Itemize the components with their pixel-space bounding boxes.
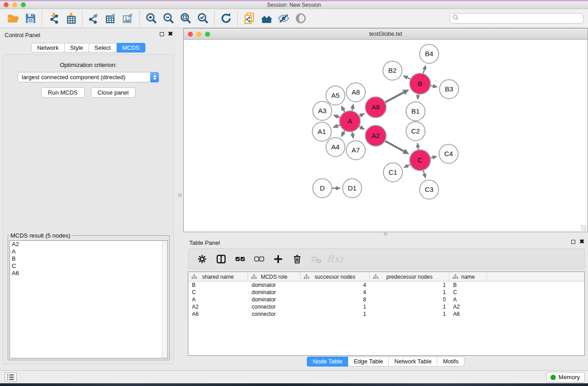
graph-node-C[interactable]: C — [410, 150, 430, 171]
tab-style[interactable]: Style — [65, 43, 89, 52]
show-eye-icon[interactable] — [292, 11, 309, 26]
task-history-button[interactable] — [5, 372, 17, 382]
delete-column-icon[interactable] — [289, 251, 305, 267]
table-row[interactable]: A2connector11A2 — [188, 303, 584, 310]
graph-edge-A-A5[interactable] — [344, 110, 344, 112]
result-list-item[interactable]: C — [10, 262, 167, 270]
graph-node-A3[interactable]: A3 — [313, 101, 332, 120]
graph-edge-C-C4[interactable] — [430, 157, 432, 158]
table-cell[interactable]: connector — [248, 303, 301, 310]
graph-edge-B-B3[interactable] — [431, 86, 433, 86]
graph-node-A2[interactable]: A2 — [365, 125, 386, 146]
table-cell[interactable]: 4 — [301, 289, 370, 296]
table-cell[interactable]: B — [449, 281, 487, 289]
search-input[interactable] — [459, 15, 583, 22]
import-table-icon[interactable] — [62, 11, 79, 26]
settings-icon[interactable] — [194, 251, 210, 267]
graph-edge-A-A3[interactable] — [338, 117, 339, 118]
result-scrollbar[interactable] — [162, 241, 167, 358]
network-window-titlebar[interactable]: testGlobe.txt — [184, 29, 588, 40]
table-cell[interactable]: dominator — [248, 281, 301, 289]
float-panel-icon[interactable] — [160, 32, 164, 36]
graph-node-C1[interactable]: C1 — [383, 163, 402, 182]
minimize-traffic-light[interactable] — [12, 2, 17, 7]
graph-edge-A-A7[interactable] — [352, 132, 353, 134]
zoom-traffic-light[interactable] — [21, 2, 26, 7]
graph-edge-C-C2[interactable] — [418, 148, 419, 150]
table-cell[interactable]: A2 — [449, 303, 487, 310]
vertical-split-divider[interactable] — [177, 28, 183, 370]
import-network-icon[interactable] — [45, 11, 62, 26]
result-list-item[interactable]: B — [10, 255, 167, 262]
criterion-dropdown[interactable]: largest connected component (directed) — [18, 72, 159, 82]
table-cell[interactable]: dominator — [248, 289, 301, 296]
network-minimize-traffic-light[interactable] — [196, 32, 201, 37]
graph-node-A[interactable]: A — [339, 111, 360, 132]
graph-node-A4[interactable]: A4 — [326, 138, 345, 157]
graph-node-A1[interactable]: A1 — [312, 122, 331, 141]
search-field[interactable] — [449, 13, 583, 24]
add-column-icon[interactable] — [270, 251, 286, 267]
graph-node-C4[interactable]: C4 — [439, 144, 458, 163]
home-icon[interactable] — [258, 11, 275, 26]
graph-node-D1[interactable]: D1 — [343, 179, 362, 198]
tab-node-table[interactable]: Node Table — [307, 357, 349, 367]
zoom-selected-icon[interactable] — [194, 11, 211, 26]
graph-edge-C-C1[interactable] — [408, 165, 410, 166]
tab-network-table[interactable]: Network Table — [389, 357, 437, 367]
close-panel-button[interactable]: Close panel — [91, 87, 136, 98]
graph-node-B4[interactable]: B4 — [420, 44, 439, 63]
horizontal-split-divider[interactable] — [183, 232, 588, 236]
column-header-shared-name[interactable]: shared name — [188, 272, 248, 281]
table-cell[interactable]: 1 — [370, 289, 449, 296]
open-session-icon[interactable] — [5, 11, 22, 26]
resize-grip-icon[interactable] — [581, 225, 587, 231]
graph-node-B2[interactable]: B2 — [383, 61, 402, 80]
table-cell[interactable]: 8 — [301, 296, 370, 303]
graph-node-A6[interactable]: A6 — [365, 97, 386, 118]
graph-edge-B-B2[interactable] — [407, 78, 411, 79]
result-list-item[interactable]: A6 — [10, 270, 167, 277]
table-row[interactable]: Cdominator41C — [188, 289, 584, 296]
table-cell[interactable]: A — [449, 296, 487, 303]
graph-node-D[interactable]: D — [313, 179, 332, 198]
column-header-successor-nodes[interactable]: successor nodes — [301, 272, 370, 281]
zoom-out-icon[interactable] — [160, 11, 177, 26]
graph-edge-A2-C[interactable] — [385, 141, 404, 152]
table-cell[interactable]: C — [188, 289, 248, 296]
table-row[interactable]: Adominator80A — [188, 296, 584, 303]
table-row[interactable]: A6connector11A6 — [188, 310, 584, 318]
result-list-item[interactable]: A2 — [10, 241, 167, 248]
table-cell[interactable]: dominator — [248, 296, 301, 303]
table-cell[interactable]: 1 — [370, 303, 449, 310]
refresh-icon[interactable] — [217, 11, 234, 26]
table-cell[interactable]: A — [188, 296, 248, 303]
table-cell[interactable]: 1 — [301, 303, 370, 310]
graph-edge-A-A8[interactable] — [352, 109, 353, 110]
memory-button[interactable]: Memory — [546, 372, 585, 382]
close-traffic-light[interactable] — [4, 2, 9, 7]
run-mcds-button[interactable]: Run MCDS — [41, 87, 85, 98]
graph-edge-A-A1[interactable] — [338, 125, 340, 126]
graph-node-A8[interactable]: A8 — [346, 83, 365, 102]
graph-node-C3[interactable]: C3 — [420, 180, 439, 199]
export-image-icon[interactable] — [120, 11, 137, 26]
graph-node-B1[interactable]: B1 — [406, 102, 425, 121]
table-cell[interactable]: C — [449, 289, 487, 296]
graph-node-B3[interactable]: B3 — [440, 80, 459, 99]
close-panel-icon[interactable]: ✖ — [168, 32, 173, 36]
tab-motifs[interactable]: Motifs — [437, 357, 464, 367]
graph-node-C2[interactable]: C2 — [406, 122, 425, 141]
table-cell[interactable]: connector — [248, 310, 301, 318]
table-cell[interactable]: 1 — [370, 310, 449, 318]
deselect-all-icon[interactable] — [251, 251, 267, 267]
result-list-item[interactable]: A — [10, 248, 167, 255]
graph-edge-A-A6[interactable] — [359, 116, 360, 116]
graph-edge-C-C3[interactable] — [423, 171, 424, 174]
table-cell[interactable]: 0 — [370, 296, 449, 303]
column-header-name[interactable]: name — [449, 272, 487, 281]
tab-mcds[interactable]: MCDS — [117, 43, 145, 52]
hide-visibility-icon[interactable] — [275, 11, 292, 26]
tab-network[interactable]: Network — [31, 43, 65, 52]
graph-edge-A-A4[interactable] — [344, 131, 344, 133]
